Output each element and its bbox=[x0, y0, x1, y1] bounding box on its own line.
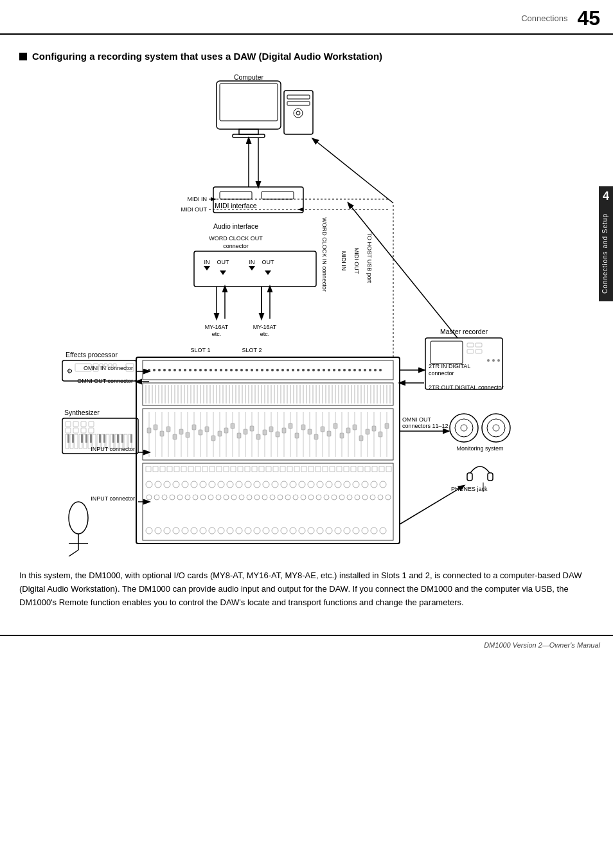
svg-point-440 bbox=[69, 502, 88, 534]
svg-point-331 bbox=[285, 495, 290, 500]
svg-point-65 bbox=[230, 369, 233, 371]
svg-rect-273 bbox=[301, 466, 306, 472]
svg-rect-425 bbox=[103, 434, 105, 443]
svg-point-85 bbox=[333, 369, 335, 371]
svg-text:OMNI OUT connector: OMNI OUT connector bbox=[77, 378, 133, 384]
svg-point-289 bbox=[173, 481, 179, 488]
svg-point-67 bbox=[240, 369, 243, 371]
svg-rect-457 bbox=[488, 473, 493, 481]
svg-point-326 bbox=[247, 495, 252, 500]
svg-point-343 bbox=[378, 495, 383, 500]
svg-point-339 bbox=[347, 495, 352, 500]
svg-text:⚙: ⚙ bbox=[67, 368, 73, 375]
svg-point-86 bbox=[338, 369, 341, 371]
svg-rect-213 bbox=[154, 425, 157, 430]
svg-rect-274 bbox=[308, 466, 314, 472]
svg-rect-216 bbox=[173, 434, 177, 439]
svg-point-345 bbox=[146, 527, 152, 534]
svg-text:connector: connector bbox=[429, 370, 454, 376]
svg-rect-258 bbox=[195, 466, 200, 472]
svg-point-90 bbox=[359, 369, 361, 371]
svg-point-311 bbox=[371, 481, 377, 488]
svg-rect-270 bbox=[280, 466, 285, 472]
svg-point-333 bbox=[301, 495, 306, 500]
svg-point-71 bbox=[261, 369, 263, 371]
svg-rect-280 bbox=[351, 466, 356, 472]
svg-line-460 bbox=[400, 486, 464, 524]
svg-text:Monitoring system: Monitoring system bbox=[456, 445, 503, 452]
svg-line-443 bbox=[69, 550, 78, 556]
svg-point-334 bbox=[308, 495, 314, 500]
svg-point-348 bbox=[173, 527, 179, 534]
svg-text:Synthesizer: Synthesizer bbox=[64, 409, 100, 416]
svg-text:Effects processor: Effects processor bbox=[66, 351, 118, 359]
svg-point-296 bbox=[236, 481, 242, 488]
svg-text:IN: IN bbox=[249, 259, 255, 265]
svg-point-353 bbox=[218, 527, 224, 534]
svg-point-54 bbox=[173, 369, 176, 371]
svg-point-60 bbox=[204, 369, 207, 371]
svg-rect-239 bbox=[321, 427, 324, 432]
svg-rect-283 bbox=[372, 466, 377, 472]
svg-point-73 bbox=[271, 369, 274, 371]
svg-point-79 bbox=[302, 369, 305, 371]
svg-rect-2 bbox=[239, 129, 258, 134]
svg-rect-373 bbox=[431, 341, 463, 364]
svg-marker-20 bbox=[298, 208, 303, 211]
svg-point-335 bbox=[316, 495, 321, 500]
svg-rect-272 bbox=[294, 466, 299, 472]
svg-point-89 bbox=[353, 369, 356, 371]
svg-point-57 bbox=[189, 369, 191, 371]
svg-point-448 bbox=[461, 425, 467, 431]
svg-rect-406 bbox=[75, 434, 78, 448]
svg-point-52 bbox=[163, 369, 166, 371]
svg-point-364 bbox=[317, 527, 323, 534]
svg-point-363 bbox=[308, 527, 314, 534]
svg-text:OUT: OUT bbox=[262, 259, 275, 265]
svg-point-323 bbox=[224, 495, 229, 500]
svg-point-62 bbox=[215, 369, 217, 371]
top-bar: Connections 45 bbox=[0, 0, 613, 35]
svg-rect-217 bbox=[179, 429, 183, 434]
svg-point-344 bbox=[386, 495, 391, 500]
svg-point-450 bbox=[487, 419, 505, 437]
svg-point-346 bbox=[155, 527, 161, 534]
svg-point-310 bbox=[362, 481, 368, 488]
svg-point-94 bbox=[379, 369, 382, 371]
svg-rect-225 bbox=[231, 423, 235, 429]
svg-point-7 bbox=[294, 109, 303, 118]
svg-rect-437 bbox=[89, 428, 94, 433]
svg-text:Master recorder: Master recorder bbox=[440, 328, 488, 335]
svg-rect-262 bbox=[224, 466, 229, 472]
svg-rect-256 bbox=[181, 466, 186, 472]
svg-point-63 bbox=[220, 369, 222, 371]
svg-rect-430 bbox=[66, 421, 71, 427]
svg-rect-238 bbox=[314, 434, 318, 439]
svg-rect-257 bbox=[188, 466, 193, 472]
svg-point-64 bbox=[225, 369, 227, 371]
diagram-svg: Computer MIDI interface MIDI IN MIDI OUT bbox=[19, 75, 594, 556]
svg-rect-421 bbox=[81, 434, 83, 443]
svg-point-350 bbox=[191, 527, 197, 534]
svg-point-58 bbox=[194, 369, 197, 371]
svg-text:TO HOST USB port: TO HOST USB port bbox=[366, 233, 373, 283]
svg-point-75 bbox=[281, 369, 284, 371]
svg-rect-276 bbox=[323, 466, 328, 472]
svg-text:SLOT 2: SLOT 2 bbox=[242, 347, 262, 353]
svg-rect-263 bbox=[231, 466, 236, 472]
svg-point-81 bbox=[312, 369, 315, 371]
svg-rect-284 bbox=[379, 466, 384, 472]
svg-text:MIDI OUT: MIDI OUT bbox=[181, 206, 208, 213]
svg-marker-26 bbox=[204, 266, 210, 270]
svg-text:WORD CLOCK OUT: WORD CLOCK OUT bbox=[209, 235, 263, 242]
svg-point-379 bbox=[492, 359, 495, 362]
svg-text:IN: IN bbox=[204, 259, 210, 265]
svg-rect-260 bbox=[209, 466, 215, 472]
svg-point-317 bbox=[177, 495, 182, 500]
svg-point-80 bbox=[307, 369, 310, 371]
svg-point-347 bbox=[164, 527, 170, 534]
svg-text:connectors 11–12: connectors 11–12 bbox=[402, 423, 449, 429]
svg-text:MIDI IN: MIDI IN bbox=[341, 251, 347, 271]
svg-point-88 bbox=[348, 369, 351, 371]
svg-point-332 bbox=[293, 495, 298, 500]
